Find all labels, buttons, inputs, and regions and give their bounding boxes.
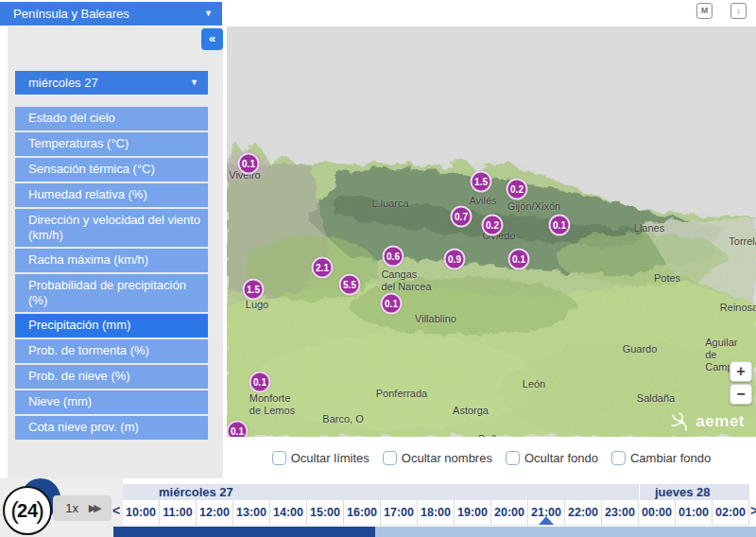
checkbox[interactable] bbox=[611, 451, 626, 465]
precipitation-badge[interactable]: 0.1 bbox=[508, 249, 530, 270]
hour-cell-1900[interactable]: 19:00 bbox=[455, 500, 491, 526]
timeline-hours: 10:0011:0012:0013:0014:0015:0016:0017:00… bbox=[123, 500, 749, 526]
zoom-in-button[interactable]: + bbox=[730, 361, 752, 382]
sidebar-item-precipitaci-n-mm[interactable]: Precipitación (mm) bbox=[15, 314, 208, 338]
timeline: miércoles 27jueves 28 10:0011:0012:0013:… bbox=[123, 484, 749, 526]
precipitation-badge[interactable]: 0.1 bbox=[549, 215, 571, 236]
aemet-logo: aemet bbox=[671, 412, 745, 431]
speed-controls: 1x ▶▶ bbox=[53, 495, 112, 521]
map-place-label: Torrelavega bbox=[729, 235, 756, 248]
precipitation-badge[interactable]: 0.2 bbox=[482, 215, 504, 236]
sidebar: « miércoles 27 ▼ Estado del cieloTempera… bbox=[8, 26, 223, 478]
map-place-label: Monforte de Lemos bbox=[249, 392, 295, 417]
checkbox-label: Ocultar fondo bbox=[524, 451, 598, 465]
hour-cell-1000[interactable]: 10:00 bbox=[123, 500, 160, 526]
hour-cell-2000[interactable]: 20:00 bbox=[491, 500, 528, 526]
map-place-label: Cangas del Narcea bbox=[381, 268, 431, 293]
chevron-down-icon: ▼ bbox=[190, 71, 198, 95]
map-place-label: Potes bbox=[654, 272, 680, 285]
map-document-icon[interactable]: M bbox=[696, 3, 713, 19]
sidebar-item-temperaturas-c[interactable]: Temperaturas (°C) bbox=[15, 132, 208, 156]
precipitation-badge[interactable]: 0.2 bbox=[507, 179, 528, 200]
logo-paren-right: ) bbox=[36, 498, 44, 523]
day-selector[interactable]: miércoles 27 ▼ bbox=[15, 71, 208, 95]
map-place-label: Villablino bbox=[415, 313, 456, 325]
timeline-scrollbar-thumb[interactable] bbox=[113, 527, 375, 537]
timeline-next-arrow[interactable]: > bbox=[750, 503, 756, 518]
hour-cell-1500[interactable]: 15:00 bbox=[307, 500, 344, 526]
zoom-out-button[interactable]: − bbox=[730, 384, 752, 405]
precipitation-badge[interactable]: 0.1 bbox=[238, 153, 260, 175]
timeline-prev-arrow[interactable]: < bbox=[112, 503, 120, 518]
hour-cell-0200[interactable]: 02:00 bbox=[713, 500, 749, 526]
region-selector[interactable]: Península y Baleares ▼ bbox=[0, 2, 222, 26]
sidebar-menu: Estado del cieloTemperaturas (°C)Sensaci… bbox=[15, 107, 208, 442]
24h-logo: (24) bbox=[3, 486, 52, 535]
sidebar-item-nieve-mm[interactable]: Nieve (mm) bbox=[15, 390, 208, 414]
precipitation-badge[interactable]: 0.1 bbox=[227, 421, 249, 438]
option-ocultar-l-mites[interactable]: Ocultar límites bbox=[272, 451, 369, 465]
precipitation-badge[interactable]: 0.7 bbox=[451, 206, 472, 228]
checkbox-label: Cambiar fondo bbox=[630, 451, 711, 465]
checkbox[interactable] bbox=[506, 451, 520, 465]
sidebar-item-probabilidad-de-precipitaci-n[interactable]: Probabilidad de precipitación (%) bbox=[15, 274, 208, 312]
map-options-row: Ocultar límitesOcultar nombresOcultar fo… bbox=[227, 437, 756, 478]
precipitation-badge[interactable]: 0.1 bbox=[381, 293, 403, 315]
map-place-label: Guardo bbox=[623, 343, 658, 355]
hour-cell-1800[interactable]: 18:00 bbox=[418, 500, 455, 526]
forecast-map[interactable]: ViveiroL.luarcaAvilésGijón/XixónOviedoLl… bbox=[227, 23, 756, 437]
sidebar-collapse-button[interactable]: « bbox=[201, 28, 223, 50]
hour-cell-1100[interactable]: 11:00 bbox=[160, 500, 197, 526]
sidebar-item-direcci-n-y-velocidad-del-viento-km-h[interactable]: Dirección y velocidad del viento (km/h) bbox=[15, 209, 208, 247]
sidebar-item-cota-nieve-prov-m[interactable]: Cota nieve prov. (m) bbox=[15, 416, 208, 440]
precipitation-badge[interactable]: 0.9 bbox=[444, 249, 466, 270]
hour-cell-2300[interactable]: 23:00 bbox=[602, 500, 639, 526]
sidebar-item-estado-del-cielo[interactable]: Estado del cielo bbox=[15, 107, 208, 130]
timeline-scrollbar[interactable] bbox=[113, 527, 756, 537]
aemet-forecast-app: Península y Baleares ▼ M ↓ « miércoles 2… bbox=[0, 0, 756, 537]
speed-button[interactable]: 1x bbox=[65, 501, 78, 515]
map-place-label: Lugo bbox=[246, 299, 268, 311]
map-place-label: Astorga bbox=[453, 405, 489, 417]
option-ocultar-nombres[interactable]: Ocultar nombres bbox=[383, 451, 492, 465]
fast-forward-button[interactable]: ▶▶ bbox=[89, 502, 99, 514]
option-cambiar-fondo[interactable]: Cambiar fondo bbox=[611, 451, 711, 465]
hour-cell-1300[interactable]: 13:00 bbox=[233, 500, 270, 526]
sidebar-item-racha-m-xima-km-h[interactable]: Racha máxima (km/h) bbox=[15, 249, 208, 272]
map-place-label: Saldaña bbox=[637, 392, 675, 405]
precipitation-badge[interactable]: 0.6 bbox=[383, 246, 404, 268]
sidebar-item-sensaci-n-t-rmica-c[interactable]: Sensación térmica (°C) bbox=[15, 158, 208, 182]
bottom-bar: (24) 1x ▶▶ < > miércoles 27jueves 28 10:… bbox=[0, 478, 756, 537]
hour-cell-2100[interactable]: 21:00 bbox=[528, 500, 565, 526]
aemet-logo-text: aemet bbox=[696, 412, 745, 431]
hour-cell-0100[interactable]: 01:00 bbox=[676, 500, 713, 526]
hour-cell-1700[interactable]: 17:00 bbox=[381, 500, 418, 526]
hour-cell-1400[interactable]: 14:00 bbox=[270, 500, 307, 526]
sidebar-item-prob-de-tormenta[interactable]: Prob. de tormenta (%) bbox=[15, 339, 208, 363]
checkbox[interactable] bbox=[272, 451, 286, 465]
precipitation-badge[interactable]: 0.1 bbox=[249, 372, 271, 393]
timeline-day-header: jueves 28 bbox=[639, 484, 749, 500]
hour-cell-0000[interactable]: 00:00 bbox=[639, 500, 676, 526]
map-place-label: Llanes bbox=[634, 222, 664, 234]
hour-cell-1200[interactable]: 12:00 bbox=[197, 500, 233, 526]
sidebar-item-prob-de-nieve[interactable]: Prob. de nieve (%) bbox=[15, 365, 208, 389]
hour-cell-1600[interactable]: 16:00 bbox=[344, 500, 381, 526]
precipitation-badge[interactable]: 1.5 bbox=[471, 171, 492, 193]
map-place-label: Barco, O bbox=[322, 413, 363, 425]
timeline-day-header: miércoles 27 bbox=[123, 484, 639, 500]
hour-cell-2200[interactable]: 22:00 bbox=[565, 500, 602, 526]
option-ocultar-fondo[interactable]: Ocultar fondo bbox=[506, 451, 598, 465]
chevron-down-icon: ▼ bbox=[204, 2, 213, 26]
precipitation-badge[interactable]: 1.5 bbox=[243, 279, 265, 301]
precipitation-badge[interactable]: 5.5 bbox=[339, 274, 361, 296]
day-selector-label: miércoles 27 bbox=[28, 76, 98, 90]
precipitation-badge[interactable]: 2.1 bbox=[312, 257, 334, 279]
map-place-label: Ponferrada bbox=[376, 388, 427, 400]
download-icon[interactable]: ↓ bbox=[730, 3, 747, 19]
sidebar-item-humedad-relativa[interactable]: Humedad relativa (%) bbox=[15, 183, 208, 207]
top-bar: Península y Baleares ▼ M ↓ bbox=[0, 0, 756, 26]
map-place-label: León bbox=[523, 378, 545, 390]
checkbox[interactable] bbox=[383, 451, 397, 465]
timeline-day-headers: miércoles 27jueves 28 bbox=[123, 484, 749, 500]
